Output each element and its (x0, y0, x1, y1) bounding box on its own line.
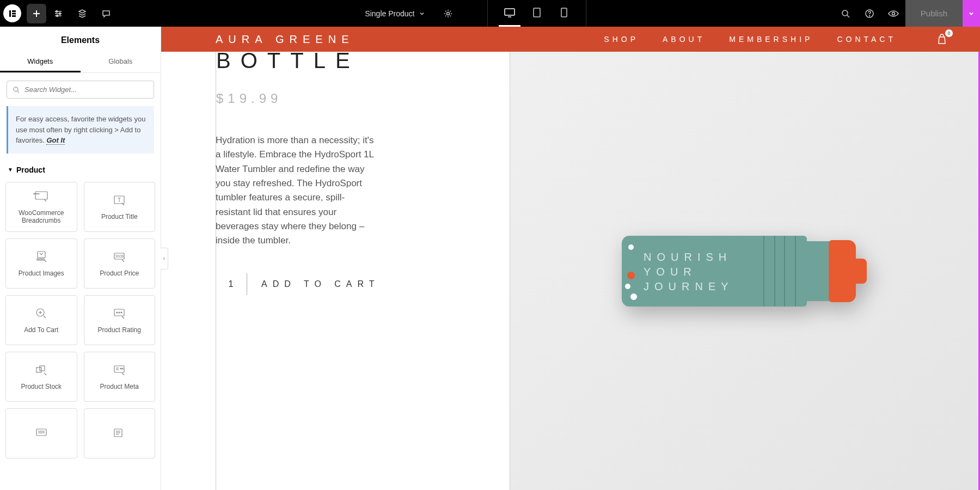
publish-options-button[interactable] (963, 0, 980, 27)
main-layout: Elements Widgets Globals For easy access… (0, 27, 980, 490)
widget-product-rating[interactable]: Product Rating (84, 295, 156, 345)
svg-point-21 (892, 12, 895, 15)
search-wrap (0, 73, 161, 106)
document-title-dropdown[interactable]: Single Product (365, 9, 425, 18)
bottle-cap (829, 240, 856, 302)
product-description: Hydration is more than a necessity; it's… (216, 133, 379, 248)
nav-shop[interactable]: SHOP (604, 35, 639, 44)
preview-canvas: AURA GREENE SHOP ABOUT MEMBERSHIP CONTAC… (161, 27, 980, 490)
svg-point-11 (57, 15, 58, 16)
widget-add-to-cart[interactable]: Add To Cart (5, 295, 77, 345)
bottle-line3: JOURNEY (644, 279, 734, 294)
tab-globals[interactable]: Globals (81, 52, 161, 72)
svg-rect-32 (42, 259, 44, 260)
widget-label: Product Title (101, 213, 138, 220)
cart-button[interactable]: 0 (936, 34, 947, 45)
svg-rect-3 (12, 15, 16, 17)
bottle-slogan: NOURISH YOUR JOURNEY (644, 250, 734, 294)
bottle-line2: YOUR (644, 265, 734, 279)
price-icon: 360$ (111, 250, 127, 264)
svg-rect-43 (40, 366, 45, 371)
svg-point-39 (117, 312, 118, 313)
widget-label: Product Images (19, 270, 64, 277)
add-element-button[interactable] (27, 4, 46, 23)
panel-title: Elements (0, 27, 161, 52)
quantity-input[interactable]: 1 (216, 279, 247, 290)
topbar-left-group (0, 2, 118, 26)
structure-icon[interactable] (70, 2, 94, 26)
site-nav: SHOP ABOUT MEMBERSHIP CONTACT 0 (604, 34, 947, 45)
settings-icon[interactable] (46, 2, 70, 26)
widget-woocommerce-breadcrumbs[interactable]: WooCommerce Breadcrumbs (5, 182, 77, 232)
widget-label: Product Rating (98, 326, 141, 334)
search-icon[interactable] (834, 2, 857, 26)
svg-rect-16 (561, 8, 567, 17)
brand-logo[interactable]: AURA GREENE (216, 33, 354, 46)
svg-point-9 (56, 10, 58, 12)
section-header-product[interactable]: ▼ Product (0, 162, 161, 182)
svg-rect-1 (12, 10, 16, 12)
add-to-cart-row: 1 ADD TO CART (216, 273, 493, 295)
widget-product-stock[interactable]: Product Stock (5, 352, 77, 402)
svg-rect-13 (505, 9, 514, 15)
search-box[interactable] (7, 81, 154, 99)
panel-tabs: Widgets Globals (0, 52, 161, 73)
tablet-device-button[interactable] (526, 1, 548, 27)
title-icon: T (111, 193, 127, 207)
svg-rect-30 (37, 259, 39, 260)
svg-rect-24 (35, 192, 47, 199)
svg-text:360$: 360$ (115, 254, 124, 258)
elementor-logo[interactable] (3, 4, 21, 22)
widget-product-title[interactable]: T Product Title (84, 182, 156, 232)
widget-product-price[interactable]: 360$ Product Price (84, 238, 156, 289)
favorites-tip: For easy access, favorite the widgets yo… (7, 106, 154, 154)
nav-about[interactable]: ABOUT (663, 35, 705, 44)
widget-icon (111, 426, 127, 440)
responsive-device-group (487, 0, 586, 27)
nav-contact[interactable]: CONTACT (837, 35, 896, 44)
topbar-center-group: Single Product (118, 0, 834, 27)
bottle-nozzle (854, 259, 867, 284)
bottle-decoration (625, 241, 637, 301)
widget-product-images[interactable]: Product Images (5, 238, 77, 289)
svg-point-40 (119, 312, 120, 313)
caret-down-icon: ▼ (8, 167, 13, 173)
svg-point-41 (121, 312, 122, 313)
nav-membership[interactable]: MEMBERSHIP (729, 35, 813, 44)
cart-plus-icon (33, 307, 50, 321)
topbar-right-group: Publish (834, 0, 980, 27)
widget-partial-2[interactable] (84, 408, 156, 458)
help-icon[interactable] (857, 2, 881, 26)
svg-rect-0 (9, 10, 11, 17)
svg-point-48 (122, 368, 123, 369)
publish-button[interactable]: Publish (905, 0, 963, 27)
images-icon (33, 250, 50, 264)
elements-panel: Elements Widgets Globals For easy access… (0, 27, 161, 490)
svg-text:T: T (118, 197, 121, 203)
product-section: BOTTLE $19.99 Hydration is more than a n… (161, 52, 980, 490)
tip-dismiss[interactable]: Got It (46, 136, 65, 145)
editor-topbar: Single Product Publish (0, 0, 980, 27)
svg-rect-2 (12, 13, 16, 14)
widget-label: Add To Cart (24, 326, 58, 334)
add-to-cart-button[interactable]: ADD TO CART (247, 279, 394, 289)
product-title: BOTTLE (216, 46, 493, 75)
page-settings-icon[interactable] (436, 2, 460, 26)
product-image: NOURISH YOUR JOURNEY (622, 236, 867, 307)
notes-icon[interactable] (94, 2, 118, 26)
widget-icon (33, 426, 50, 440)
svg-point-20 (869, 15, 869, 16)
desktop-device-button[interactable] (499, 1, 520, 27)
mobile-device-button[interactable] (553, 1, 575, 27)
widget-partial-1[interactable] (5, 408, 77, 458)
preview-icon[interactable] (881, 2, 905, 26)
search-input[interactable] (24, 85, 148, 94)
widget-grid: WooCommerce Breadcrumbs T Product Title … (0, 182, 161, 464)
product-image-column: NOURISH YOUR JOURNEY (510, 52, 980, 490)
widget-product-meta[interactable]: Product Meta (84, 352, 156, 402)
widget-label: WooCommerce Breadcrumbs (9, 209, 74, 224)
svg-line-18 (847, 15, 849, 17)
svg-rect-31 (40, 259, 41, 260)
svg-line-23 (17, 91, 19, 93)
tab-widgets[interactable]: Widgets (0, 52, 81, 72)
